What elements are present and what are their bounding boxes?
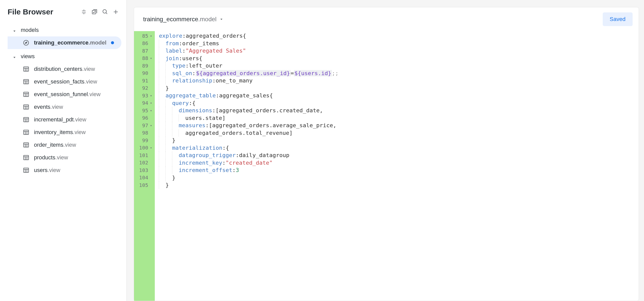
fold-marker[interactable]: ▾ bbox=[149, 101, 153, 105]
code-line[interactable]: explore: aggregated_orders { bbox=[159, 32, 639, 40]
file-label: inventory_items.view bbox=[34, 129, 86, 136]
file-item-training_ecommerce[interactable]: training_ecommerce.model bbox=[8, 36, 121, 49]
token-punc: ] bbox=[222, 115, 225, 121]
code-line[interactable]: dimensions: [aggregated_orders.created_d… bbox=[159, 107, 639, 114]
code-line[interactable]: relationship: one_to_many bbox=[159, 77, 639, 84]
code-line[interactable]: from: order_items bbox=[159, 40, 639, 47]
indent-guide bbox=[159, 144, 165, 152]
line-number: 100 bbox=[139, 145, 148, 151]
svg-rect-11 bbox=[24, 67, 29, 71]
token-ref: ${aggregated_orders.user_id} bbox=[196, 70, 291, 76]
fold-marker[interactable]: ▾ bbox=[149, 146, 153, 150]
line-number: 88 bbox=[142, 55, 148, 61]
code-line[interactable]: join: users { bbox=[159, 55, 639, 62]
code-line[interactable]: } bbox=[159, 174, 639, 182]
chevron-down-icon bbox=[219, 16, 223, 23]
token-key: datagroup_trigger bbox=[179, 152, 236, 158]
indent-guide bbox=[165, 107, 172, 114]
folder-header-models[interactable]: models bbox=[8, 24, 126, 36]
token-punc: , bbox=[319, 107, 323, 114]
saved-button[interactable]: Saved bbox=[603, 12, 633, 26]
line-number: 93 bbox=[142, 93, 148, 99]
file-item-event_session_funnel[interactable]: event_session_funnel.view bbox=[8, 88, 121, 101]
token-ref: ${users.id} bbox=[294, 70, 332, 76]
fold-marker[interactable]: ▾ bbox=[149, 56, 153, 60]
code-line[interactable]: materialization: { bbox=[159, 144, 639, 152]
sidebar-title: File Browser bbox=[8, 8, 53, 16]
sidebar-actions bbox=[81, 9, 119, 15]
file-item-products[interactable]: products.view bbox=[8, 151, 121, 164]
folder-label: views bbox=[21, 53, 35, 60]
token-punc: : bbox=[192, 70, 196, 76]
editor-filename-dropdown[interactable]: training_ecommerce.model bbox=[143, 16, 223, 23]
token-punc: ] bbox=[289, 130, 293, 136]
file-item-users[interactable]: users.view bbox=[8, 164, 121, 177]
line-number: 89 bbox=[142, 63, 148, 69]
bulk-check-icon[interactable] bbox=[91, 9, 98, 15]
file-item-event_session_facts[interactable]: event_session_facts.view bbox=[8, 75, 121, 88]
token-key: aggregate_table bbox=[165, 92, 216, 99]
code-line[interactable]: query: { bbox=[159, 99, 639, 107]
token-id: order_items bbox=[182, 40, 219, 47]
code-line[interactable]: } bbox=[159, 137, 639, 144]
search-icon[interactable] bbox=[102, 9, 108, 15]
indent-guide bbox=[159, 152, 165, 159]
indent-guide bbox=[179, 129, 185, 137]
folder-models: modelstraining_ecommerce.model bbox=[8, 24, 126, 49]
code-line[interactable]: datagroup_trigger: daily_datagroup bbox=[159, 152, 639, 159]
token-semi: ;; bbox=[332, 70, 339, 76]
code-line[interactable]: increment_key: "created_date" bbox=[159, 159, 639, 167]
code-line[interactable]: type: left_outer bbox=[159, 62, 639, 70]
svg-rect-27 bbox=[24, 117, 29, 122]
line-number: 105 bbox=[139, 182, 148, 188]
fold-marker[interactable]: ▾ bbox=[149, 34, 153, 38]
fold-marker[interactable]: ▾ bbox=[149, 94, 153, 98]
indent-guide bbox=[165, 174, 172, 182]
token-id: users bbox=[182, 55, 199, 61]
file-item-events[interactable]: events.view bbox=[8, 101, 121, 113]
token-punc: : bbox=[212, 107, 216, 114]
main-area: training_ecommerce.model Saved 85▾868788… bbox=[127, 0, 644, 301]
svg-marker-47 bbox=[220, 19, 222, 20]
code-line[interactable]: aggregated_orders.total_revenue] bbox=[159, 129, 639, 137]
collapse-icon[interactable] bbox=[81, 9, 87, 15]
indent-guide bbox=[165, 62, 172, 70]
code-line[interactable]: sql_on: ${aggregated_orders.user_id} = $… bbox=[159, 70, 639, 77]
code-line[interactable]: increment_offset: 3 bbox=[159, 166, 639, 174]
indent-guide bbox=[159, 62, 165, 70]
indent-guide bbox=[159, 181, 165, 189]
token-key: type bbox=[172, 62, 185, 69]
token-key: increment_offset bbox=[179, 167, 232, 173]
file-item-inventory_items[interactable]: inventory_items.view bbox=[8, 126, 121, 139]
gutter-line: 85▾ bbox=[134, 32, 155, 40]
folder-header-views[interactable]: views bbox=[8, 50, 126, 63]
token-punc: { bbox=[192, 100, 196, 106]
add-icon[interactable] bbox=[113, 9, 119, 15]
code-line[interactable]: } bbox=[159, 181, 639, 189]
code-editor[interactable]: 85▾868788▾8990919293▾94▾95▾9697▾9899100▾… bbox=[134, 31, 639, 301]
code-line[interactable]: aggregate_table: aggregate_sales { bbox=[159, 92, 639, 99]
code-line[interactable]: } bbox=[159, 84, 639, 92]
code-line[interactable]: label: "Aggregated Sales" bbox=[159, 47, 639, 55]
indent-guide bbox=[165, 137, 172, 144]
gutter-line: 94▾ bbox=[134, 99, 155, 107]
indent-guide bbox=[172, 114, 179, 122]
gutter-line: 105 bbox=[134, 181, 155, 189]
file-item-distribution_centers[interactable]: distribution_centers.view bbox=[8, 63, 121, 75]
token-punc: { bbox=[243, 33, 246, 39]
line-number: 104 bbox=[139, 175, 148, 181]
editor-header: training_ecommerce.model Saved bbox=[134, 7, 639, 31]
file-item-order_items[interactable]: order_items.view bbox=[8, 139, 121, 151]
code-line[interactable]: users.state] bbox=[159, 114, 639, 122]
gutter-line: 91 bbox=[134, 77, 155, 84]
fold-marker[interactable]: ▾ bbox=[149, 109, 153, 113]
table-icon bbox=[23, 66, 29, 72]
file-label: distribution_centers.view bbox=[34, 66, 95, 72]
token-str: "created_date" bbox=[226, 160, 273, 166]
code-content[interactable]: explore: aggregated_orders {from: order_… bbox=[155, 31, 639, 301]
sidebar-header: File Browser bbox=[8, 8, 126, 16]
code-line[interactable]: measures: [aggregated_orders.average_sal… bbox=[159, 122, 639, 129]
fold-marker[interactable]: ▾ bbox=[149, 123, 153, 127]
file-item-incremental_pdt[interactable]: incremental_pdt.view bbox=[8, 113, 121, 126]
gutter-line: 102 bbox=[134, 159, 155, 167]
